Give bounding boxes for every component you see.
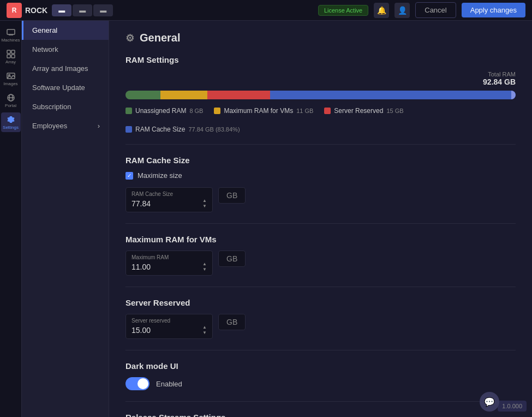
- portal-label: Portal: [5, 103, 16, 108]
- server-reserved-arrows[interactable]: ▲ ▼: [202, 325, 207, 335]
- maximize-size-checkbox[interactable]: [125, 172, 133, 180]
- legend-cache: RAM Cache Size 77.84 GB (83.84%): [125, 126, 240, 133]
- toggle-knob: [138, 378, 148, 389]
- chat-icon[interactable]: 💬: [480, 392, 499, 412]
- maximize-size-label: Maximize size: [138, 171, 182, 180]
- ram-total: Total RAM 92.84 GB: [483, 71, 516, 86]
- sidebar-item-images[interactable]: Images: [1, 69, 21, 88]
- dark-mode-toggle[interactable]: [125, 377, 150, 390]
- legend-vms: Maximum RAM for VMs 11 GB: [214, 107, 313, 115]
- ram-cache-field-label: RAM Cache Size: [131, 191, 207, 197]
- legend-dot-vms: [214, 108, 220, 114]
- ram-cache-size-field[interactable]: RAM Cache Size 77.84 ▲ ▼: [125, 187, 213, 212]
- ram-cache-group: RAM Cache Size Maximize size RAM Cache S…: [125, 156, 516, 212]
- up-arrow-icon[interactable]: ▲: [202, 198, 207, 203]
- server-reserved-field-value: 15.00 ▲ ▼: [131, 325, 207, 335]
- max-ram-vms-section-title: Maximum RAM for VMs: [125, 235, 516, 244]
- main-layout: Machines Array Images Portal Settings Ge…: [0, 21, 532, 417]
- apply-button-top[interactable]: Apply changes: [462, 3, 525, 17]
- dark-mode-section-title: Dark mode UI: [125, 361, 516, 371]
- settings-gear-icon: ⚙: [125, 32, 134, 44]
- machines-label: Machines: [1, 38, 20, 43]
- legend-dot-cache: [125, 126, 132, 133]
- server-reserved-unit: GB: [218, 314, 246, 330]
- topbar-right: License Active 🔔 👤 Cancel Apply changes: [318, 2, 525, 18]
- svg-rect-4: [7, 55, 10, 58]
- employees-label: Employees: [32, 122, 67, 130]
- logo-text: ROCK: [25, 6, 47, 15]
- down-arrow-icon[interactable]: ▼: [202, 204, 207, 208]
- user-icon[interactable]: 👤: [394, 3, 410, 18]
- topbar: R ROCK ▬ ▬ ▬ License Active 🔔 👤 Cancel A…: [0, 0, 532, 21]
- down-arrow-icon[interactable]: ▼: [202, 330, 207, 335]
- max-ram-arrows[interactable]: ▲ ▼: [202, 261, 207, 272]
- ram-legend: Unassigned RAM 8 GB Maximum RAM for VMs …: [125, 107, 516, 133]
- settings-label: Settings: [3, 125, 19, 130]
- ram-bar-cache: [270, 91, 516, 99]
- nav-tabs: ▬ ▬ ▬: [52, 4, 113, 16]
- ram-cache-section-title: RAM Cache Size: [125, 156, 516, 165]
- main-content: ⚙ General RAM Settings Total RAM 92.84 G…: [109, 21, 532, 417]
- chevron-right-icon: ›: [98, 122, 100, 130]
- nav-item-network[interactable]: Network: [22, 40, 109, 59]
- legend-label-vms: Maximum RAM for VMs: [224, 107, 293, 115]
- nav-item-software-update[interactable]: Software Update: [22, 78, 109, 97]
- nav-item-general[interactable]: General: [22, 21, 109, 40]
- maximize-size-row: Maximize size: [125, 171, 516, 180]
- release-streams-group: Release Streams Settings Current release…: [125, 413, 516, 417]
- nav-tab-3[interactable]: ▬: [93, 4, 113, 16]
- version-badge: 1.0.000: [498, 401, 527, 412]
- topbar-left: R ROCK ▬ ▬ ▬: [7, 3, 113, 18]
- dark-mode-group: Dark mode UI Enabled: [125, 361, 516, 390]
- ram-cache-arrows[interactable]: ▲ ▼: [202, 198, 207, 208]
- images-label: Images: [3, 81, 17, 86]
- svg-rect-0: [7, 29, 15, 34]
- legend-unassigned: Unassigned RAM 8 GB: [125, 107, 203, 115]
- down-arrow-icon[interactable]: ▼: [202, 267, 207, 272]
- ram-total-value: 92.84 GB: [483, 78, 516, 86]
- legend-label-cache: RAM Cache Size: [135, 126, 185, 133]
- max-ram-unit: GB: [218, 251, 246, 267]
- server-reserved-field[interactable]: Server reserved 15.00 ▲ ▼: [125, 314, 213, 339]
- legend-server: Server Reserved 15 GB: [324, 107, 403, 115]
- ram-header: Total RAM 92.84 GB: [125, 71, 516, 86]
- ram-cache-unit: GB: [218, 187, 246, 204]
- sidebar-item-settings[interactable]: Settings: [1, 112, 21, 132]
- cancel-button-top[interactable]: Cancel: [415, 2, 456, 18]
- ram-bar-vms: [160, 91, 207, 99]
- notifications-icon[interactable]: 🔔: [374, 3, 389, 18]
- release-streams-section-title: Release Streams Settings: [125, 413, 516, 417]
- nav-item-subscription[interactable]: Subscription: [22, 97, 109, 116]
- legend-label-unassigned: Unassigned RAM: [135, 107, 186, 115]
- dark-mode-toggle-row: Enabled: [125, 377, 516, 390]
- ram-bar-unassigned: [125, 91, 160, 99]
- dark-mode-toggle-label: Enabled: [156, 380, 182, 388]
- nav-sidebar: General Network Array and Images Softwar…: [22, 21, 109, 417]
- legend-dot-server: [324, 108, 331, 114]
- logo-icon: R: [7, 3, 22, 18]
- ram-cache-field-value: 77.84 ▲ ▼: [131, 198, 207, 208]
- ram-section-title: RAM Settings: [125, 55, 516, 64]
- legend-dot-unassigned: [125, 108, 132, 114]
- max-ram-vms-field-label: Maximum RAM: [131, 254, 207, 260]
- ram-bar: [125, 91, 516, 99]
- server-reserved-group: Server Reserved Server reserved 15.00 ▲ …: [125, 298, 516, 339]
- logo: R ROCK: [7, 3, 47, 18]
- up-arrow-icon[interactable]: ▲: [202, 261, 207, 266]
- max-ram-vms-group: Maximum RAM for VMs Maximum RAM 11.00 ▲ …: [125, 235, 516, 276]
- sidebar-item-portal[interactable]: Portal: [1, 91, 21, 110]
- nav-tab-2[interactable]: ▬: [73, 4, 92, 16]
- max-ram-vms-field[interactable]: Maximum RAM 11.00 ▲ ▼: [125, 251, 213, 276]
- server-reserved-field-row: Server reserved 15.00 ▲ ▼ GB: [125, 314, 516, 339]
- nav-item-employees[interactable]: Employees ›: [22, 116, 109, 135]
- svg-rect-2: [7, 50, 10, 53]
- legend-value-vms: 11 GB: [296, 108, 313, 114]
- up-arrow-icon[interactable]: ▲: [202, 325, 207, 330]
- sidebar-item-array[interactable]: Array: [1, 47, 21, 67]
- ram-bar-server: [207, 91, 270, 99]
- svg-rect-3: [11, 50, 15, 53]
- legend-label-server: Server Reserved: [334, 107, 383, 115]
- sidebar-item-machines[interactable]: Machines: [1, 25, 21, 45]
- nav-item-array-images[interactable]: Array and Images: [22, 59, 109, 78]
- nav-tab-1[interactable]: ▬: [52, 4, 71, 16]
